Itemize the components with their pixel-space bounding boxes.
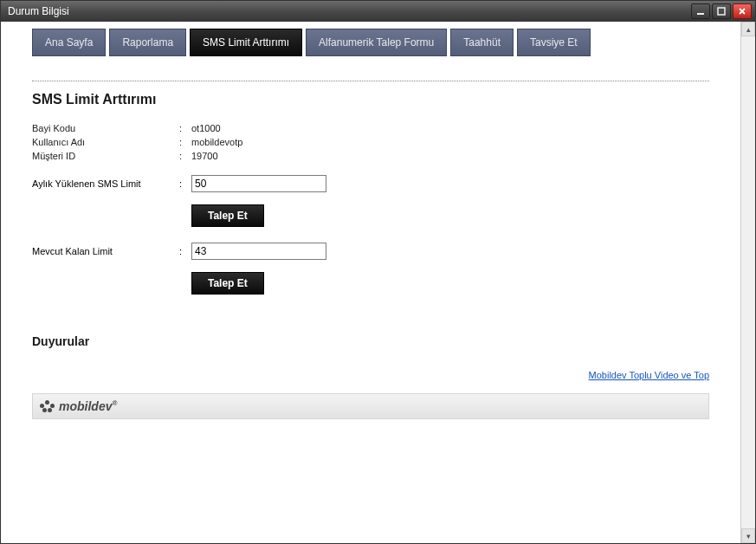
tab-bar: Ana Sayfa Raporlama SMS Limit Arttırımı … <box>32 29 709 56</box>
request-button-row-1: Talep Et <box>191 204 709 227</box>
monthly-limit-row: Aylık Yüklenen SMS Limit : <box>32 175 709 192</box>
tab-commitment[interactable]: Taahhüt <box>450 29 514 56</box>
request-button-2[interactable]: Talep Et <box>191 272 264 295</box>
dealer-code-value: ot1000 <box>191 123 221 133</box>
monthly-limit-input[interactable] <box>191 175 326 192</box>
remaining-limit-input[interactable] <box>191 243 326 260</box>
svg-rect-1 <box>718 8 725 15</box>
maximize-button[interactable] <box>712 3 731 19</box>
announcement-link[interactable]: Mobildev Toplu Video ve Top <box>589 370 709 380</box>
maximize-icon <box>717 7 726 16</box>
monthly-limit-label: Aylık Yüklenen SMS Limit <box>32 178 179 189</box>
page-title: SMS Limit Arttırımı <box>32 92 709 107</box>
customer-id-label: Müşteri ID <box>32 151 179 161</box>
scroll-up-arrow[interactable]: ▴ <box>741 22 755 36</box>
customer-id-row: Müşteri ID : 19700 <box>32 151 709 161</box>
footer: mobildev® <box>32 393 709 419</box>
brand-logo-text: mobildev® <box>59 399 117 413</box>
dealer-code-label: Bayi Kodu <box>32 123 179 133</box>
request-button-row-2: Talep Et <box>191 272 709 295</box>
minimize-icon <box>696 7 705 16</box>
close-icon <box>738 7 746 16</box>
username-value: mobildevotp <box>191 137 242 147</box>
tab-sms-limit[interactable]: SMS Limit Arttırımı <box>190 29 302 56</box>
brand-suffix: ® <box>112 399 117 407</box>
remaining-limit-label: Mevcut Kalan Limit <box>32 246 179 256</box>
scroll-down-arrow[interactable]: ▾ <box>741 528 755 543</box>
vertical-scrollbar[interactable]: ▴ ▾ <box>740 22 755 543</box>
colon: : <box>179 137 191 147</box>
brand-logo-icon <box>40 400 55 412</box>
svg-rect-0 <box>697 13 704 15</box>
close-button[interactable] <box>733 3 752 19</box>
page: Ana Sayfa Raporlama SMS Limit Arttırımı … <box>18 29 723 419</box>
window-controls <box>691 3 752 19</box>
tab-home[interactable]: Ana Sayfa <box>32 29 106 56</box>
colon: : <box>179 151 191 161</box>
tab-alphanumeric[interactable]: Alfanumerik Talep Formu <box>306 29 447 56</box>
window-title: Durum Bilgisi <box>8 5 691 17</box>
colon: : <box>179 246 191 256</box>
brand-logo: mobildev® <box>40 399 117 413</box>
tab-reporting[interactable]: Raporlama <box>109 29 186 56</box>
request-button-1[interactable]: Talep Et <box>191 204 264 227</box>
username-row: Kullanıcı Adı : mobildevotp <box>32 137 709 147</box>
content-area: Ana Sayfa Raporlama SMS Limit Arttırımı … <box>1 22 740 543</box>
dealer-code-row: Bayi Kodu : ot1000 <box>32 123 709 133</box>
announcements-title: Duyurular <box>32 334 709 348</box>
announcement-link-row: Mobildev Toplu Video ve Top <box>32 369 709 381</box>
app-window: Durum Bilgisi Ana Sayfa Raporlama <box>0 0 756 544</box>
username-label: Kullanıcı Adı <box>32 137 179 147</box>
customer-id-value: 19700 <box>191 151 218 161</box>
minimize-button[interactable] <box>691 3 710 19</box>
remaining-limit-row: Mevcut Kalan Limit : <box>32 243 709 260</box>
titlebar: Durum Bilgisi <box>1 1 755 22</box>
colon: : <box>179 178 191 189</box>
colon: : <box>179 123 191 133</box>
announcements-section: Duyurular Mobildev Toplu Video ve Top <box>32 334 709 381</box>
divider <box>32 81 709 81</box>
tab-recommend[interactable]: Tavsiye Et <box>517 29 591 56</box>
client-area: Ana Sayfa Raporlama SMS Limit Arttırımı … <box>1 22 755 543</box>
brand-name: mobildev <box>59 399 112 413</box>
